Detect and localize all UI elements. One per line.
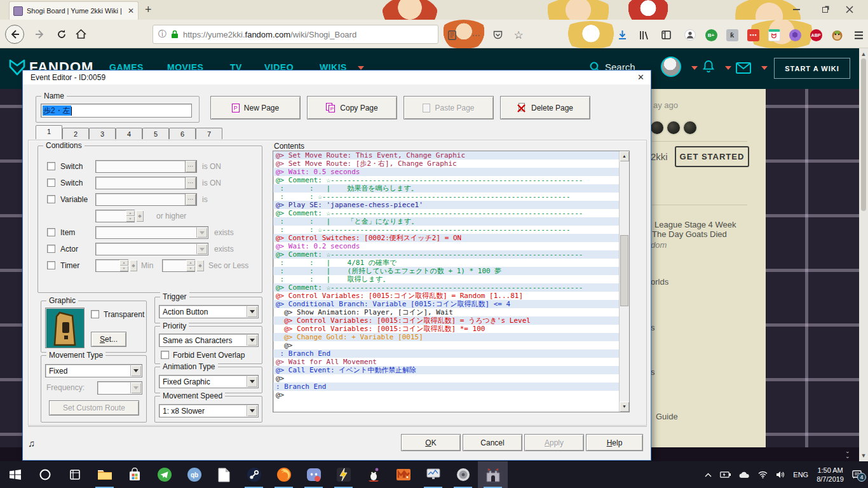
taskbar-discord-icon[interactable] [299,461,329,488]
variable-value-spinner[interactable]: ▲▼ ◆ [95,210,153,222]
priority-dropdown[interactable]: Same as Characters [159,334,259,347]
envelope-caret-icon[interactable] [761,66,768,70]
movement-speed-dropdown[interactable]: 1: x8 Slower [159,404,259,417]
window-close-button[interactable] [840,4,859,15]
variable-browse-button[interactable]: ⋯ [185,193,196,206]
dialog-close-icon[interactable]: ✕ [637,72,644,82]
ok-button[interactable]: OK [401,434,461,451]
event-graphic-preview[interactable] [45,308,85,348]
home-button[interactable] [71,25,90,44]
contents-scrollbar[interactable]: ▲ ▼ [619,151,629,412]
event-command-line[interactable]: : : ☆-----------------------------------… [273,226,620,234]
event-command-line[interactable]: @> Call Event: イベント中動作禁止解除 [273,366,620,374]
event-command-line[interactable]: @> Comment: ☆---------------------------… [273,250,620,259]
window-minimize-button[interactable] [787,4,806,15]
language-indicator[interactable]: ENG [793,471,808,478]
scrollbar-thumb[interactable] [861,58,866,211]
reload-button[interactable] [52,25,71,44]
event-command-line[interactable]: @> Conditional Branch: Variable [0015:コイ… [273,300,620,308]
event-page-tab-6[interactable]: 6 [169,128,196,139]
new-tab-button[interactable]: + [145,3,152,17]
event-page-tab-3[interactable]: 3 [89,128,116,139]
sidebar-link-worlds[interactable]: orlds [651,277,668,287]
taskbar-cortana-icon[interactable] [30,461,60,488]
paste-page-button[interactable]: Paste Page [403,96,494,119]
taskbar-mario-maker-icon[interactable] [388,461,418,488]
event-command-line[interactable]: @> Change Gold: + Variable [0015] [273,333,620,341]
messages-envelope-icon[interactable] [736,62,751,74]
event-command-line[interactable]: @> Show Animation: Player, [コイン], Wait [273,308,620,316]
browser-scrollbar[interactable]: ▲ ▼ [859,48,868,461]
event-command-line[interactable]: : Branch End [273,383,620,391]
scrollbar-up-icon[interactable]: ▲ [859,51,868,57]
dialog-titlebar[interactable]: Event Editor - ID:0059 ✕ [23,71,651,85]
onedrive-cloud-icon[interactable] [739,471,750,478]
ext-tampermonkey-icon[interactable] [830,29,844,41]
taskbar-telegram-icon[interactable] [149,461,179,488]
taskbar-microsoft-store-icon[interactable] [119,461,149,488]
timer-min-spinner[interactable]: ▲▼ ◆ [95,259,146,272]
switch1-checkbox[interactable] [47,162,55,170]
forbid-overlap-checkbox[interactable] [161,351,169,359]
new-page-button[interactable]: P New Page [210,96,301,119]
taskbar-libreoffice-icon[interactable] [209,461,239,488]
url-bar[interactable]: ⓘ https://yume2kki.fandom.com/wiki/Shogi… [153,25,438,44]
back-button[interactable] [5,25,24,44]
actor-checkbox[interactable] [47,245,55,253]
delete-page-button[interactable]: Delete Page [500,96,590,119]
event-command-line[interactable]: @> Wait for All Movement [273,358,620,366]
event-command-line[interactable]: @> Control Variables: [0015:コイン取得乱数] = う… [273,316,620,325]
actor-dropdown[interactable] [95,243,208,255]
pocket-icon[interactable] [491,29,505,41]
bookmark-star-icon[interactable]: ☆ [512,29,526,41]
event-command-line[interactable]: : : | 効果音を鳴らします。 [273,184,620,193]
switch1-field[interactable] [95,160,197,173]
event-command-line[interactable]: @> Control Switches: [0002:便利スイッチ2] = ON [273,234,620,242]
scrollbar-down-icon[interactable]: ▼ [859,452,868,459]
avatar-caret-icon[interactable] [691,66,698,70]
timer-sec-spinner[interactable]: ▲▼ ◆ [162,259,213,272]
event-page-tab-1[interactable]: 1 [36,125,62,139]
volume-icon[interactable] [776,471,785,478]
event-command-line[interactable]: @> Set Move Route: This Event, Change Gr… [273,151,620,159]
help-button[interactable]: Help [586,434,643,451]
feed-item-title[interactable]: League Stage 4 Week [654,220,736,229]
taskbar-volume-mixer-icon[interactable] [448,461,478,488]
page-actions-icon[interactable]: ⋯ [469,29,483,41]
set-custom-route-button[interactable]: Set Custom Route [49,400,139,416]
event-command-line[interactable]: @> Comment: ☆---------------------------… [273,283,620,292]
browser-tab[interactable]: Shogi Board | Yume 2kki Wiki | ✕ [9,1,139,20]
contents-scroll-down-icon[interactable]: ▼ [620,402,629,412]
event-page-tab-7[interactable]: 7 [196,128,222,139]
item-dropdown[interactable] [95,226,208,239]
set-graphic-button[interactable]: Set... [91,332,126,347]
event-command-line[interactable]: : : | 4/81 の確率で [273,259,620,267]
ext-profile-icon[interactable] [683,29,697,41]
taskbar-rpg-maker-icon[interactable] [478,461,508,488]
event-commands-list[interactable]: @> Set Move Route: This Event, Change Gr… [273,151,630,412]
notifications-bell-icon[interactable] [702,60,715,74]
forward-button[interactable] [31,25,50,44]
scroll-down-chevrons-icon[interactable]: ⌄⌄ [845,449,850,459]
action-center-icon[interactable]: 4 [852,470,862,479]
taskbar-qbittorrent-icon[interactable]: qb [179,461,209,488]
user-avatar[interactable] [661,57,681,77]
sidebar-link-guide[interactable]: Guide [656,412,678,421]
event-command-line[interactable]: @> Control Variables: [0015:コイン取得乱数] = R… [273,292,620,300]
switch2-checkbox[interactable] [47,179,55,187]
event-command-line[interactable]: : : | 取得します。 [273,275,620,283]
contributor-avatar[interactable] [682,120,698,135]
reader-mode-icon[interactable] [445,29,459,41]
wifi-icon[interactable] [758,471,768,478]
name-input[interactable]: 歩2・左 [41,104,192,118]
downloads-icon[interactable] [615,29,629,41]
timer-checkbox[interactable] [47,261,55,269]
sidebars-icon[interactable] [659,29,673,41]
transparent-checkbox[interactable] [91,310,99,318]
library-icon[interactable] [637,29,651,41]
event-command-line[interactable]: @> [273,391,620,399]
event-command-line[interactable]: @> Comment: ☆---------------------------… [273,209,620,217]
event-command-line[interactable]: : : ☆-----------------------------------… [273,193,620,201]
taskbar-game-icon[interactable] [358,461,388,488]
event-page-tab-4[interactable]: 4 [116,128,142,139]
